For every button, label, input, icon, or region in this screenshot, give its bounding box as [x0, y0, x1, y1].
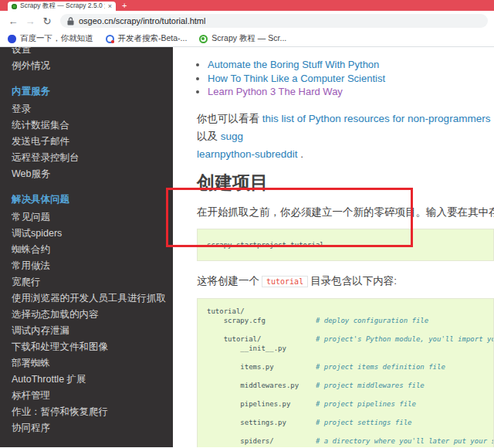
sidebar-item[interactable]: 作业：暂停和恢复爬行	[0, 404, 173, 420]
sidebar-section-caption: 解决具体问题	[0, 182, 173, 209]
python-resources-link[interactable]: this list of Python resources for non-pr…	[262, 113, 491, 124]
baidu-icon	[8, 35, 16, 43]
sidebar-item[interactable]: 部署蜘蛛	[0, 355, 173, 372]
result-text: 目录包含以下内容:	[310, 275, 397, 287]
bookmarks-bar: 百度一下，你就知道 开发者搜索-Beta-... Scrapy 教程 — Scr…	[0, 31, 494, 47]
url-text: osgeo.cn/scrapy/intro/tutorial.html	[79, 16, 205, 25]
code-comment: # project's Python module, you'll import…	[316, 335, 493, 343]
sidebar-item[interactable]: 常见问题	[0, 209, 173, 226]
bookmark-label: 开发者搜索-Beta-...	[118, 33, 188, 44]
bookmark-baidu[interactable]: 百度一下，你就知道	[8, 33, 93, 44]
code-comment: # project items definition file	[316, 363, 445, 371]
code-comment: # project pipelines file	[316, 400, 416, 408]
back-button[interactable]: ←	[6, 15, 20, 27]
directory-tree-text: tutorial/ scrapy.cfg # deploy configurat…	[198, 299, 493, 448]
paragraph-create-project: 在开始抓取之前，你必须建立一个新的零碎项目。输入要在其中存储代码并	[197, 203, 494, 221]
main-content: Automate the Boring Stuff With PythonHow…	[173, 47, 494, 447]
sidebar-item[interactable]: 标杆管理	[0, 388, 173, 404]
resource-list: Automate the Boring Stuff With PythonHow…	[191, 58, 494, 99]
tab-close-icon[interactable]: ×	[108, 3, 112, 10]
sidebar-item[interactable]: 宽爬行	[0, 274, 173, 290]
bookmark-label: Scrapy 教程 — Scr...	[211, 33, 286, 44]
bookmark-scrapy[interactable]: Scrapy 教程 — Scr...	[199, 33, 286, 44]
page-body: 设置例外情况内置服务登录统计数据集合发送电子邮件远程登录控制台Web服务解决具体…	[0, 47, 494, 447]
dev-search-icon	[106, 35, 114, 43]
sidebar-item[interactable]: 例外情况	[0, 58, 173, 74]
inline-code-tutorial: tutorial	[262, 276, 308, 287]
code-comment: # project middlewares file	[316, 382, 425, 389]
resource-link[interactable]: Automate the Boring Stuff With Python	[208, 59, 379, 70]
lock-icon	[67, 17, 74, 25]
sidebar-item[interactable]: 发送电子邮件	[0, 134, 173, 150]
scrapy-favicon-icon	[12, 4, 17, 9]
bookmark-dev-search[interactable]: 开发者搜索-Beta-...	[106, 33, 188, 44]
sidebar-item[interactable]: 调试spiders	[0, 226, 173, 242]
learnpython-subreddit-link[interactable]: learnpython-subreddit	[197, 148, 298, 160]
resource-list-item: How To Think Like a Computer Scientist	[208, 72, 494, 86]
sidebar-item[interactable]: 常用做法	[0, 258, 173, 274]
sidebar-item[interactable]: 选择动态加载的内容	[0, 307, 173, 323]
new-tab-button[interactable]: +	[122, 0, 127, 11]
paragraph-result: 这将创建一个tutorial目录包含以下内容:	[197, 272, 494, 290]
sidebar-section-caption: 内置服务	[0, 74, 173, 101]
browser-tab[interactable]: Scrapy 教程 — Scrapy 2.5.0 文档 ×	[8, 2, 116, 11]
sidebar: 设置例外情况内置服务登录统计数据集合发送电子邮件远程登录控制台Web服务解决具体…	[0, 47, 173, 447]
see-also-text: 你也可以看看	[197, 113, 262, 124]
sidebar-item[interactable]: 远程登录控制台	[0, 150, 173, 166]
code-comment: # project settings file	[316, 419, 412, 426]
sidebar-item[interactable]: AutoThrottle 扩展	[0, 372, 173, 388]
browser-toolbar: ← → ↻ osgeo.cn/scrapy/intro/tutorial.htm…	[0, 11, 494, 31]
see-also-text: .	[298, 148, 304, 160]
sidebar-item[interactable]: 调试内存泄漏	[0, 323, 173, 339]
resource-list-item: Automate the Boring Stuff With Python	[208, 58, 494, 72]
command-text: scrapy startproject tutorial	[198, 229, 493, 260]
section-heading: 创建项目	[197, 172, 494, 192]
browser-window: Scrapy 教程 — Scrapy 2.5.0 文档 × + ← → ↻ os…	[0, 0, 494, 447]
code-block-command: scrapy startproject tutorial	[197, 229, 494, 261]
address-bar[interactable]: osgeo.cn/scrapy/intro/tutorial.html	[60, 14, 488, 28]
resource-link[interactable]: How To Think Like a Computer Scientist	[208, 73, 385, 84]
resource-link[interactable]: Learn Python 3 The Hard Way	[208, 86, 343, 97]
bookmark-label: 百度一下，你就知道	[20, 33, 93, 44]
code-comment: # a directory where you'll later put you…	[316, 437, 493, 445]
code-block-directory-tree: tutorial/ scrapy.cfg # deploy configurat…	[197, 298, 494, 448]
scrapy-icon	[199, 35, 208, 43]
sidebar-item[interactable]: 设置	[0, 47, 173, 58]
sidebar-item[interactable]: 统计数据集合	[0, 117, 173, 134]
forward-button[interactable]: →	[23, 15, 37, 27]
suggested-resources-link[interactable]: sugg	[221, 131, 243, 142]
reload-button[interactable]: ↻	[40, 15, 54, 27]
sidebar-item[interactable]: 协同程序	[0, 420, 173, 436]
tab-title: Scrapy 教程 — Scrapy 2.5.0 文档	[20, 2, 105, 11]
paragraph-see-also: 你也可以看看 this list of Python resources for…	[197, 110, 494, 163]
see-also-text: 以及	[197, 131, 221, 142]
tab-strip: Scrapy 教程 — Scrapy 2.5.0 文档 × +	[0, 0, 494, 11]
sidebar-item[interactable]: Web服务	[0, 166, 173, 182]
sidebar-item[interactable]: 蜘蛛合约	[0, 242, 173, 258]
sidebar-item[interactable]: 使用浏览器的开发人员工具进行抓取	[0, 290, 173, 307]
sidebar-item[interactable]: 下载和处理文件和图像	[0, 339, 173, 355]
result-text: 这将创建一个	[197, 275, 259, 287]
sidebar-item[interactable]: 登录	[0, 101, 173, 117]
resource-list-item: Learn Python 3 The Hard Way	[208, 85, 494, 99]
code-comment: # deploy configuration file	[316, 317, 428, 324]
